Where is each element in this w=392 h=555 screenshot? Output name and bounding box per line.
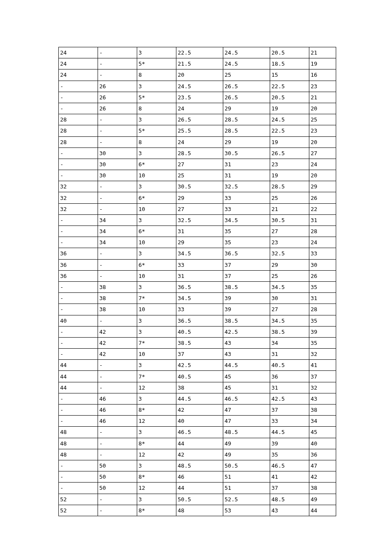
table-row: -346*31352728 — [59, 226, 336, 237]
table-row: 52-350.552.548.549 — [59, 494, 336, 505]
table-cell: 50 — [98, 460, 137, 471]
table-cell: 37 — [223, 259, 270, 270]
table-cell: 48 — [59, 449, 98, 460]
table-cell: 3 — [137, 114, 176, 125]
table-cell: - — [59, 214, 98, 225]
table-cell: 31 — [270, 349, 309, 360]
table-cell: 33 — [223, 203, 270, 214]
table-cell: 34.5 — [176, 248, 223, 259]
table-cell: 27 — [270, 304, 309, 315]
table-cell: 26 — [98, 81, 137, 92]
table-cell: 37 — [223, 270, 270, 281]
table-cell: 42 — [176, 449, 223, 460]
table-row: -306*27312324 — [59, 159, 336, 170]
table-cell: 38.5 — [176, 337, 223, 348]
table-cell: 21 — [309, 47, 336, 58]
table-cell: 43 — [223, 337, 270, 348]
table-cell: 42 — [98, 337, 137, 348]
table-cell: 44 — [59, 371, 98, 382]
table-row: 24-5*21.524.518.519 — [59, 58, 336, 69]
table-cell: - — [59, 393, 98, 404]
table-cell: 46.5 — [270, 460, 309, 471]
table-cell: - — [59, 471, 98, 483]
table-cell: 23 — [270, 237, 309, 248]
table-cell: 3 — [137, 214, 176, 225]
table-cell: 30 — [309, 259, 336, 270]
table-cell: 27 — [309, 147, 336, 159]
table-cell: 28 — [309, 304, 336, 315]
table-cell: 6* — [137, 192, 176, 203]
table-cell: - — [98, 505, 137, 516]
table-cell: - — [59, 226, 98, 237]
table-cell: 26 — [98, 103, 137, 114]
table-cell: 28.5 — [176, 147, 223, 159]
table-cell: 30 — [98, 147, 137, 159]
table-row: 36-6*33372930 — [59, 259, 336, 270]
table-cell: 24 — [176, 103, 223, 114]
table-cell: 31 — [270, 382, 309, 393]
table-cell: - — [98, 382, 137, 393]
table-cell: 37 — [270, 405, 309, 416]
table-cell: 42 — [98, 349, 137, 360]
table-cell: 27 — [176, 159, 223, 170]
table-cell: 34 — [98, 214, 137, 225]
table-cell: 25 — [176, 170, 223, 181]
table-cell: 44 — [309, 505, 336, 516]
table-cell: 10 — [137, 203, 176, 214]
table-cell: 32.5 — [223, 181, 270, 192]
table-row: -42340.542.538.539 — [59, 326, 336, 337]
table-cell: 33 — [176, 304, 223, 315]
table-cell: 38 — [98, 304, 137, 315]
table-cell: 32 — [59, 181, 98, 192]
table-row: -301025311920 — [59, 170, 336, 181]
table-cell: 36.5 — [176, 281, 223, 292]
table-cell: 21.5 — [176, 58, 223, 69]
table-row: -50348.550.546.547 — [59, 460, 336, 471]
table-cell: 10 — [137, 237, 176, 248]
table-cell: - — [59, 304, 98, 315]
table-cell: 33 — [309, 248, 336, 259]
table-cell: - — [59, 170, 98, 181]
table-cell: 29 — [223, 103, 270, 114]
table-cell: - — [98, 136, 137, 147]
table-cell: 36 — [309, 449, 336, 460]
table-cell: - — [98, 270, 137, 281]
table-row: -34332.534.530.531 — [59, 214, 336, 225]
table-cell: 44 — [176, 483, 223, 494]
table-row: -461240473334 — [59, 416, 336, 427]
table-cell: 41 — [309, 360, 336, 371]
table-cell: - — [98, 248, 137, 259]
table-cell: 29 — [309, 181, 336, 192]
table-cell: 30.5 — [176, 181, 223, 192]
table-cell: 49 — [223, 449, 270, 460]
table-cell: 46 — [98, 393, 137, 404]
table-cell: 24 — [309, 159, 336, 170]
table-cell: - — [59, 326, 98, 337]
table-cell: 12 — [137, 382, 176, 393]
table-cell: 29 — [223, 136, 270, 147]
table-cell: 38 — [98, 281, 137, 292]
table-cell: 25 — [309, 114, 336, 125]
table-cell: - — [98, 427, 137, 438]
table-cell: 48.5 — [223, 427, 270, 438]
table-cell: 31 — [309, 293, 336, 304]
table-cell: 18.5 — [270, 58, 309, 69]
table-row: 28-326.528.524.525 — [59, 114, 336, 125]
table-cell: 7* — [137, 293, 176, 304]
table-row: -421037433132 — [59, 349, 336, 360]
table-cell: 37 — [176, 349, 223, 360]
table-cell: 3 — [137, 460, 176, 471]
table-cell: - — [98, 371, 137, 382]
table-cell: 24 — [309, 237, 336, 248]
table-cell: 44 — [176, 438, 223, 449]
table-cell: 26 — [98, 92, 137, 103]
table-cell: 45 — [223, 382, 270, 393]
table-cell: - — [59, 460, 98, 471]
table-cell: 32 — [309, 349, 336, 360]
table-cell: 48.5 — [270, 494, 309, 505]
table-cell: 38 — [309, 483, 336, 494]
table-cell: 46 — [98, 416, 137, 427]
table-cell: 26 — [309, 192, 336, 203]
table-cell: 10 — [137, 304, 176, 315]
table-cell: 21 — [270, 203, 309, 214]
